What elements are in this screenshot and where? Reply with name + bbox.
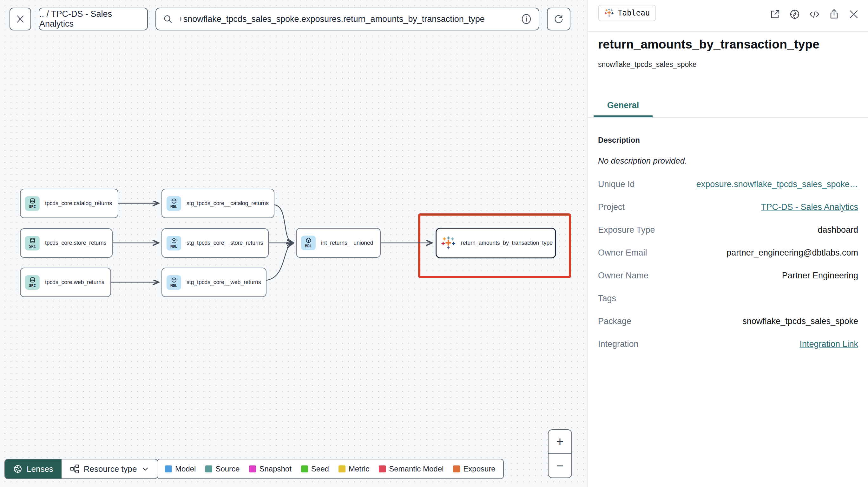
row-label: Package — [598, 317, 631, 326]
zoom-control: + − — [548, 429, 572, 478]
cube-icon — [171, 277, 177, 283]
database-icon — [30, 277, 35, 283]
legend-label: Metric — [349, 464, 369, 474]
lineage-canvas[interactable]: SRC tpcds_core.catalog_returns SRC tpcds… — [0, 0, 588, 487]
legend-item-model: Model — [165, 464, 196, 474]
legend-item-seed: Seed — [301, 464, 329, 474]
exposure-swatch — [453, 465, 460, 473]
open-external-button[interactable] — [768, 8, 782, 21]
legend-item-source: Source — [205, 464, 240, 474]
row-label: Unique Id — [598, 180, 635, 189]
source-badge: SRC — [25, 275, 40, 290]
node-exposure-return-amounts[interactable]: return_amounts_by_transaction_type — [436, 228, 556, 258]
unique-id-link[interactable]: exposure.snowflake_tpcds_sales_spoke… — [696, 180, 858, 189]
panel-actions — [768, 8, 860, 21]
row-label: Owner Email — [598, 248, 647, 258]
lenses-button[interactable]: Lenses — [5, 459, 62, 479]
metric-swatch — [339, 465, 345, 473]
legend-label: Source — [215, 464, 240, 474]
node-label: tpcds_core.store_returns — [45, 240, 106, 246]
node-label: return_amounts_by_transaction_type — [461, 240, 553, 246]
row-package: Package snowflake_tpcds_sales_spoke — [598, 310, 858, 333]
breadcrumb-label: .. / TPC-DS - Sales Analytics — [39, 9, 147, 29]
model-badge: MDL — [166, 236, 181, 251]
details-panel: Tableau — [588, 0, 868, 487]
project-link[interactable]: TPC-DS - Sales Analytics — [761, 202, 858, 212]
explore-lineage-button[interactable] — [788, 8, 801, 21]
node-badge-label: MDL — [170, 204, 177, 209]
node-badge-label: MDL — [305, 244, 312, 248]
legend-item-metric: Metric — [339, 464, 369, 474]
panel-header: Tableau — [588, 0, 868, 32]
panel-tabs: General — [588, 95, 868, 118]
node-source-web-returns[interactable]: SRC tpcds_core.web_returns — [20, 268, 111, 297]
source-badge: SRC — [25, 196, 40, 211]
model-badge: MDL — [166, 196, 181, 211]
zoom-in-button[interactable]: + — [549, 430, 571, 454]
row-owner-name: Owner Name Partner Engineering — [598, 264, 858, 287]
snapshot-swatch — [249, 465, 256, 473]
row-value: dashboard — [817, 225, 858, 235]
aperture-icon — [13, 464, 22, 474]
source-swatch — [205, 465, 212, 473]
resource-type-icon — [70, 464, 79, 474]
resource-package-subtitle: snowflake_tpcds_sales_spoke — [598, 60, 697, 69]
node-label: stg_tpcds_core__web_returns — [187, 279, 261, 286]
model-badge: MDL — [166, 275, 181, 290]
node-source-catalog-returns[interactable]: SRC tpcds_core.catalog_returns — [20, 189, 118, 218]
view-code-button[interactable] — [808, 8, 821, 21]
row-label: Owner Name — [598, 271, 648, 281]
lenses-label: Lenses — [27, 464, 53, 474]
model-swatch — [165, 465, 172, 473]
row-project: Project TPC-DS - Sales Analytics — [598, 196, 858, 219]
info-icon[interactable] — [521, 13, 532, 24]
seed-swatch — [301, 465, 308, 473]
tableau-icon — [441, 236, 456, 251]
source-badge: SRC — [25, 236, 40, 251]
node-stg-store-returns[interactable]: MDL stg_tpcds_core__store_returns — [161, 228, 269, 258]
model-badge: MDL — [301, 235, 316, 250]
close-panel-button[interactable] — [847, 8, 860, 21]
cube-icon — [306, 237, 312, 244]
node-source-store-returns[interactable]: SRC tpcds_core.store_returns — [20, 228, 113, 258]
database-icon — [30, 198, 35, 204]
node-badge-label: SRC — [29, 284, 36, 288]
tab-general[interactable]: General — [594, 95, 653, 117]
compass-icon — [789, 8, 800, 20]
row-exposure-type: Exposure Type dashboard — [598, 219, 858, 241]
node-label: int_returns__unioned — [321, 240, 373, 246]
legend-label: Exposure — [463, 464, 495, 474]
breadcrumb[interactable]: .. / TPC-DS - Sales Analytics — [39, 8, 148, 30]
dbt-explorer-lineage-view: SRC tpcds_core.catalog_returns SRC tpcds… — [0, 0, 868, 487]
node-int-returns-unioned[interactable]: MDL int_returns__unioned — [296, 228, 381, 258]
resource-title: return_amounts_by_transaction_type — [598, 37, 819, 52]
legend-item-snapshot: Snapshot — [249, 464, 291, 474]
database-icon — [30, 238, 35, 244]
share-icon — [828, 8, 840, 20]
semantic-model-swatch — [379, 465, 386, 473]
row-value: snowflake_tpcds_sales_spoke — [742, 317, 858, 326]
refresh-icon — [553, 13, 564, 24]
resource-type-dropdown[interactable]: Resource type — [62, 459, 157, 479]
search-icon — [163, 14, 173, 24]
row-label: Exposure Type — [598, 225, 655, 235]
row-label: Integration — [598, 339, 639, 349]
node-stg-catalog-returns[interactable]: MDL stg_tpcds_core__catalog_returns — [161, 189, 274, 218]
node-stg-web-returns[interactable]: MDL stg_tpcds_core__web_returns — [161, 268, 267, 297]
search-input[interactable] — [178, 14, 516, 24]
node-badge-label: MDL — [170, 244, 177, 249]
row-integration: Integration Integration Link — [598, 333, 858, 355]
integration-link[interactable]: Integration Link — [800, 339, 858, 349]
lineage-search — [155, 8, 539, 30]
close-graph-button[interactable] — [9, 8, 31, 30]
node-label: stg_tpcds_core__store_returns — [187, 240, 263, 246]
row-value: Partner Engineering — [782, 271, 858, 281]
cube-icon — [171, 198, 177, 204]
refresh-button[interactable] — [547, 8, 570, 30]
share-button[interactable] — [827, 8, 841, 21]
tableau-badge[interactable]: Tableau — [598, 5, 656, 21]
legend-item-semantic-model: Semantic Model — [379, 464, 443, 474]
resource-type-label: Resource type — [84, 464, 137, 474]
node-label: tpcds_core.catalog_returns — [45, 200, 112, 207]
zoom-out-button[interactable]: − — [549, 454, 571, 478]
